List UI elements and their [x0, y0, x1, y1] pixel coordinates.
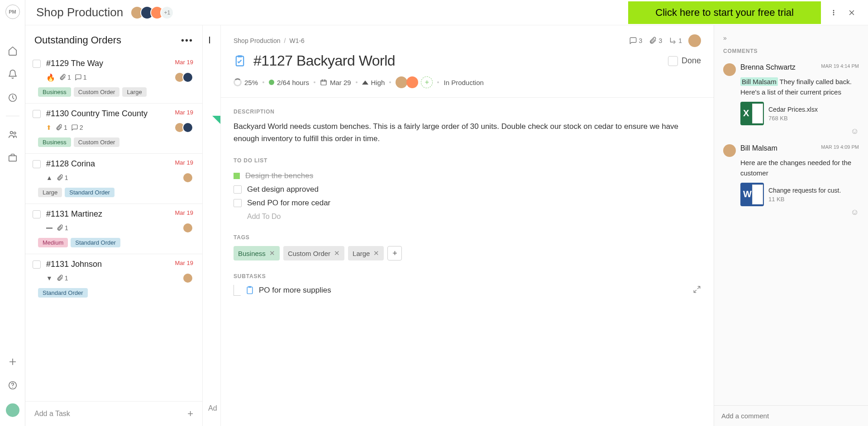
priority-indicator[interactable]: High: [362, 79, 385, 86]
card-assignees: [185, 222, 193, 233]
comment-body: Bill Malsam They finally called back. He…: [740, 77, 859, 97]
task-card-date: Mar 19: [175, 59, 193, 66]
column-title: Outstanding Orders: [34, 34, 121, 46]
comment-author: Brenna Schwartz: [740, 63, 796, 71]
task-checkbox[interactable]: [33, 110, 41, 118]
portfolio-icon[interactable]: [7, 152, 18, 163]
comment-count: 1: [75, 74, 87, 81]
collapse-comments-icon[interactable]: »: [723, 34, 727, 42]
attachment-count: 1: [56, 275, 68, 282]
comment-timestamp: MAR 19 4:09 PM: [821, 144, 859, 150]
todo-checkbox[interactable]: [234, 185, 242, 194]
task-checkbox[interactable]: [33, 60, 41, 68]
more-menu-icon[interactable]: [828, 7, 839, 18]
todo-text: Get design approved: [247, 185, 319, 194]
task-status[interactable]: In Production: [444, 79, 483, 86]
svg-point-5: [833, 10, 834, 11]
remove-tag-icon[interactable]: ✕: [269, 249, 275, 257]
close-icon[interactable]: [846, 7, 857, 18]
task-card-title: #1129 The Way: [46, 59, 172, 68]
task-card-title: #1131 Martinez: [46, 209, 172, 219]
notifications-icon[interactable]: [7, 69, 18, 80]
task-tag: Custom Order: [74, 87, 120, 97]
file-name: Change requests for cust.: [768, 187, 841, 194]
task-checkbox[interactable]: [33, 160, 41, 168]
team-icon[interactable]: [7, 129, 18, 140]
add-task-row[interactable]: Add a Task +: [25, 401, 202, 426]
comment-item: Bill MalsamMAR 19 4:09 PMHere are the ch…: [723, 139, 859, 220]
svg-point-2: [14, 132, 16, 134]
react-emoji-icon[interactable]: ☺: [851, 208, 859, 217]
add-todo-input[interactable]: Add To Do: [247, 210, 701, 223]
svg-rect-9: [238, 55, 242, 57]
svg-rect-3: [9, 156, 16, 161]
attachment-count: 1: [59, 74, 71, 81]
add-icon[interactable]: [7, 356, 18, 367]
add-tag-button[interactable]: +: [387, 246, 402, 260]
task-card[interactable]: #1130 Country Time CountyMar 19⬆12Busine…: [25, 103, 202, 153]
member-avatars[interactable]: +1: [134, 6, 174, 19]
task-tag: Medium: [38, 238, 68, 247]
task-owner-avatar[interactable]: [688, 34, 701, 47]
task-card[interactable]: #1131 JohnsonMar 19▼1Standard Order: [25, 254, 202, 304]
card-assignees: [185, 172, 193, 183]
task-card-date: Mar 19: [175, 109, 193, 116]
comment-avatar[interactable]: [723, 63, 736, 76]
task-card[interactable]: #1128 CorinaMar 19▲1LargeStandard Order: [25, 153, 202, 204]
remove-tag-icon[interactable]: ✕: [334, 249, 340, 257]
subtask-icon: [245, 286, 254, 295]
more-members[interactable]: +1: [160, 6, 174, 19]
comments-count[interactable]: 3: [629, 37, 643, 45]
recent-icon[interactable]: [7, 92, 18, 103]
hours-logged[interactable]: 2/64 hours: [269, 79, 309, 86]
card-assignees: [185, 273, 193, 284]
expand-subtask-icon[interactable]: [693, 285, 701, 296]
todo-checkbox[interactable]: [234, 199, 242, 207]
progress-indicator[interactable]: 25%: [234, 78, 258, 86]
due-date[interactable]: Mar 29: [320, 79, 351, 86]
mention[interactable]: Bill Malsam: [740, 77, 778, 86]
attachments-count[interactable]: 3: [649, 37, 662, 45]
comment-input[interactable]: [721, 412, 861, 420]
task-tag: Standard Order: [38, 288, 88, 298]
remove-tag-icon[interactable]: ✕: [373, 249, 379, 257]
todo-item[interactable]: Get design approved: [234, 183, 701, 196]
task-card-title: #1130 Country Time County: [46, 109, 172, 118]
breadcrumb-project[interactable]: Shop Production: [234, 37, 281, 44]
priority-none-icon: [46, 227, 52, 229]
app-logo[interactable]: PM: [5, 5, 20, 19]
comment-attachment[interactable]: XCedar Prices.xlsx768 KB: [740, 102, 859, 125]
svg-point-1: [10, 132, 13, 134]
user-avatar[interactable]: [6, 403, 19, 417]
add-task-plus-icon[interactable]: +: [187, 408, 193, 420]
comments-label: COMMENTS: [714, 48, 868, 58]
comment-attachment[interactable]: WChange requests for cust.11 KB: [740, 183, 859, 206]
project-title: Shop Production: [36, 5, 123, 19]
subtasks-label: SUBTASKS: [221, 270, 714, 285]
assignees[interactable]: +: [396, 76, 433, 88]
help-icon[interactable]: [7, 380, 18, 391]
subtask-title[interactable]: PO for more supplies: [259, 286, 331, 295]
breadcrumb-sprint[interactable]: W1-6: [289, 37, 304, 44]
column-menu-icon[interactable]: •••: [181, 35, 193, 46]
react-emoji-icon[interactable]: ☺: [851, 127, 859, 136]
todo-item[interactable]: Send PO for more cedar: [234, 196, 701, 210]
task-tag: Standard Order: [65, 188, 114, 197]
home-icon[interactable]: [7, 45, 18, 56]
todo-checkbox-checked[interactable]: [234, 173, 240, 179]
description-label: DESCRIPTION: [221, 105, 714, 120]
task-card[interactable]: #1131 MartinezMar 191MediumStandard Orde…: [25, 204, 202, 254]
card-assignees: [177, 72, 193, 83]
subtasks-count[interactable]: 1: [668, 37, 682, 45]
task-description[interactable]: Backyard World needs custom benches. Thi…: [221, 120, 714, 154]
task-checkbox[interactable]: [33, 210, 41, 218]
task-card[interactable]: #1129 The WayMar 19🔥11BusinessCustom Ord…: [25, 53, 202, 103]
task-title[interactable]: #1127 Backyard World: [253, 52, 661, 69]
trial-banner[interactable]: Click here to start your free trial: [628, 1, 821, 24]
comment-avatar[interactable]: [723, 144, 736, 157]
todo-item[interactable]: Design the benches: [234, 169, 701, 183]
done-toggle[interactable]: Done: [668, 56, 701, 66]
add-assignee-icon[interactable]: +: [421, 76, 433, 88]
svg-rect-12: [248, 286, 252, 288]
task-checkbox[interactable]: [33, 260, 41, 269]
